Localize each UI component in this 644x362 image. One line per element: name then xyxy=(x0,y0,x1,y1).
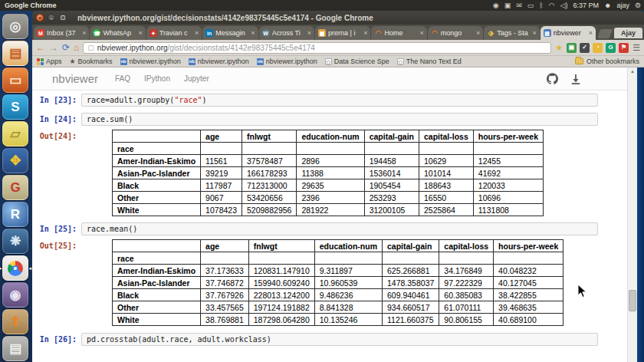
ubuntu-dash-icon[interactable]: ◎ xyxy=(2,14,28,39)
tab-messagin[interactable]: inMessagin× xyxy=(202,26,258,40)
files-icon[interactable]: ▭ xyxy=(2,67,28,93)
code-input[interactable]: race=adult.groupby("race") xyxy=(81,94,598,107)
clock[interactable]: 6:37 PM xyxy=(573,2,599,9)
pocket-extension-icon[interactable]: ◔ xyxy=(593,43,603,53)
tab-nbviewer[interactable]: ▤nbviewer× xyxy=(540,26,596,40)
trash-icon[interactable]: ▤ xyxy=(2,336,28,361)
window-minimize-button[interactable]: – xyxy=(48,14,55,21)
code-cell: In [26]:pd.crosstab(adult.race, adult.wo… xyxy=(32,333,627,346)
github-icon[interactable] xyxy=(547,73,558,84)
wifi-tray-icon[interactable]: ◠ xyxy=(549,2,555,9)
ubuntu-dash-icon-glyph: ◎ xyxy=(10,20,21,33)
table-row: Black11798771231300029635190545418864312… xyxy=(113,179,544,192)
libreoffice-impress-icon[interactable]: ▤ xyxy=(2,41,28,66)
window-titlebar[interactable]: × – ▢ nbviewer.ipython.org/gist/decision… xyxy=(32,11,644,25)
mail-tray-icon[interactable]: ✉ xyxy=(516,2,522,9)
tab-close-icon[interactable]: × xyxy=(589,29,593,37)
tab-whatsap[interactable]: ☎WhatsAp× xyxy=(90,26,145,40)
blue-swirl-app-icon[interactable]: ❋ xyxy=(2,229,28,254)
hangouts-extension-icon[interactable]: ▣ xyxy=(567,43,577,53)
bookmark-item[interactable]: nbnbviewer.ipython xyxy=(257,58,317,65)
tab-mongo[interactable]: ◠mongo× xyxy=(428,26,483,40)
other-bookmarks-button[interactable]: Other bookmarks xyxy=(575,58,639,65)
bookmark-star-icon[interactable]: ★ xyxy=(555,44,563,52)
tab-close-icon[interactable]: × xyxy=(476,29,480,37)
bookmark-item[interactable]: ▢Data Science Spe xyxy=(325,58,389,65)
code-text: ) xyxy=(202,96,207,104)
chrome-tray-icon[interactable]: ◉ xyxy=(493,2,499,9)
r-project-icon[interactable]: R xyxy=(2,202,28,227)
battery-tray-icon[interactable]: ▭ xyxy=(527,2,534,9)
tab-close-icon[interactable]: × xyxy=(251,29,255,37)
column-header: capital-loss xyxy=(439,240,494,252)
cell-value: 120033 xyxy=(473,179,543,192)
notebook: In [23]:race=adult.groupby("race")In [24… xyxy=(32,94,627,346)
tab-tags-sta[interactable]: ⬗Tags - Sta× xyxy=(484,26,539,40)
table-body: raceAmer-Indian-Eskimo115613757848728961… xyxy=(113,143,544,216)
nav-link-jupyter[interactable]: Jupyter xyxy=(184,74,209,83)
tab-close-icon[interactable]: × xyxy=(532,29,536,37)
code-cell: In [24]:race.sum() xyxy=(32,113,627,126)
analytics-extension-icon[interactable]: ✓ xyxy=(580,43,590,53)
scroll-up-arrow[interactable]: ▲ xyxy=(628,69,637,74)
screenshot-app-icon[interactable]: ◉ xyxy=(2,282,28,308)
home-button[interactable]: ⌂ xyxy=(74,43,79,52)
window-maximize-button[interactable]: ▢ xyxy=(59,14,67,21)
new-tab-button[interactable] xyxy=(597,29,613,38)
cell-prompt: In [25]: xyxy=(32,222,81,233)
cell-value: 16550 xyxy=(419,192,474,204)
tab-close-icon[interactable]: × xyxy=(363,29,367,37)
bookmark-item[interactable]: nbnbviewer.ipython xyxy=(120,58,181,65)
tab-close-icon[interactable]: × xyxy=(307,29,311,37)
code-input[interactable]: race.sum() xyxy=(81,113,598,126)
code-input[interactable]: pd.crosstab(adult.race, adult.workclass) xyxy=(81,333,598,346)
tab-inbox-37[interactable]: MInbox (37× xyxy=(34,26,89,40)
chrome-icon[interactable]: ▸◂ xyxy=(2,255,28,281)
tab-close-icon[interactable]: × xyxy=(82,29,86,37)
empty-cell xyxy=(248,252,314,265)
session-gear-icon[interactable]: ⚙ xyxy=(635,2,641,9)
tab-close-icon[interactable]: × xyxy=(420,29,424,37)
profile-button[interactable]: Ajay xyxy=(614,28,642,38)
forward-button[interactable]: → xyxy=(49,43,58,52)
printer-tray-icon[interactable]: ▣ xyxy=(504,2,511,9)
column-header: education-num xyxy=(297,130,364,143)
nav-link-faq[interactable]: FAQ xyxy=(115,74,130,83)
grammarly-extension-icon[interactable]: G xyxy=(606,43,616,53)
scrollbar-thumb[interactable] xyxy=(629,290,636,311)
tab-close-icon[interactable]: × xyxy=(139,29,143,37)
workspace-switcher-icon[interactable]: ✥ xyxy=(2,148,28,173)
reload-button[interactable]: ⟳ xyxy=(62,43,70,52)
sticky-notes-icon[interactable]: ▱ xyxy=(2,121,28,146)
url-text[interactable]: nbviewer.ipython.org/gist/decisionstats/… xyxy=(97,44,315,52)
username[interactable]: ajay xyxy=(616,2,629,9)
tab-close-icon[interactable]: × xyxy=(195,29,199,37)
nbviewer-brand[interactable]: nbviewer xyxy=(52,72,98,85)
tab-home[interactable]: ◠Home× xyxy=(371,26,426,40)
bookmark-item[interactable]: ▢The Nano Text Ed xyxy=(397,58,462,65)
bookmark-item[interactable]: nbnbviewer.ipython xyxy=(189,58,249,65)
menu-button[interactable]: ☰ xyxy=(632,44,640,52)
google-app-icon[interactable]: G xyxy=(2,175,28,200)
code-input[interactable]: race.mean() xyxy=(81,222,598,235)
software-updater-icon[interactable]: ⬆ xyxy=(2,309,28,334)
empty-cell xyxy=(297,143,364,155)
tab-label: Tags - Sta xyxy=(497,29,531,37)
cell-value: 9067 xyxy=(201,192,242,204)
tab-travian-c[interactable]: ✦Travian c× xyxy=(146,26,202,40)
back-button[interactable]: ← xyxy=(36,43,45,52)
tab-prerna-i[interactable]: ▦prerna | i× xyxy=(315,26,370,40)
address-bar[interactable]: ▢ nbviewer.ipython.org/gist/decisionstat… xyxy=(83,42,551,54)
flag-extension-icon[interactable]: ⚑ xyxy=(619,43,629,53)
download-icon[interactable] xyxy=(570,74,581,84)
volume-tray-icon[interactable]: ◁) xyxy=(560,2,567,9)
tab-across-ti[interactable]: WAcross Ti× xyxy=(259,26,314,40)
page-scrollbar[interactable]: ▲ xyxy=(627,67,637,362)
bookmarks-shortcut[interactable]: ★ Bookmarks xyxy=(70,58,113,65)
nav-link-ipython[interactable]: IPython xyxy=(144,74,170,83)
apps-shortcut[interactable]: Apps xyxy=(37,58,62,65)
skype-icon[interactable]: S xyxy=(2,94,28,120)
linkedin-icon: in xyxy=(205,29,213,37)
bluetooth-tray-icon[interactable]: ᛒ xyxy=(539,2,543,9)
window-close-button[interactable]: × xyxy=(36,14,44,21)
